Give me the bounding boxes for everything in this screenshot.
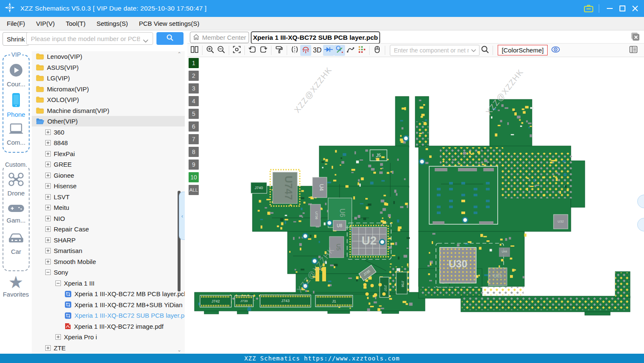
tree-item-hisense[interactable]: Hisense <box>32 181 185 191</box>
tree-item-8848[interactable]: 8848 <box>32 138 185 148</box>
tree-item-lg-vip[interactable]: LG(VIP) <box>32 73 185 83</box>
maximize-button[interactable] <box>616 0 629 17</box>
expand-toggle[interactable] <box>45 183 51 189</box>
tree-item-zte[interactable]: ZTE <box>32 343 185 353</box>
expand-toggle[interactable] <box>45 162 51 167</box>
inspect-measure-button[interactable] <box>334 45 345 56</box>
tree-item-lsvt[interactable]: LSVT <box>32 192 185 202</box>
custom-item-drone[interactable]: Drone <box>3 172 29 197</box>
expand-toggle[interactable] <box>45 173 51 178</box>
zoom-out-button[interactable] <box>216 45 227 56</box>
layer-button-1[interactable]: 1 <box>189 58 199 68</box>
tree-item-repair-case[interactable]: Repair Case <box>32 224 185 234</box>
custom-item-game[interactable]: Gam... <box>3 203 29 224</box>
paint-roller-button[interactable] <box>274 45 285 56</box>
layer-button-6[interactable]: 6 <box>189 121 199 132</box>
menu-item-pcb-view-settings[interactable]: PCB View settings(S) <box>139 20 199 27</box>
tree-item-flexpai[interactable]: FlexPai <box>32 148 185 159</box>
expand-toggle[interactable] <box>45 259 51 264</box>
color-dots-button[interactable] <box>356 45 367 56</box>
component-search-button[interactable] <box>480 45 491 56</box>
tree-collapse-handle[interactable]: ‹ <box>179 192 185 240</box>
expand-toggle[interactable] <box>45 226 51 232</box>
curve-button[interactable] <box>345 45 356 56</box>
expand-toggle[interactable] <box>45 140 51 146</box>
layer-button-7[interactable]: 7 <box>189 134 199 144</box>
tree-item-xperia-1-iii-xq-bc72-sub-pcb-layer-pcb[interactable]: Xperia 1 III-XQ-BC72 SUB PCB layer.pcb <box>32 310 185 321</box>
expand-toggle[interactable] <box>55 280 61 286</box>
expand-toggle[interactable] <box>45 151 51 157</box>
component-search-chevron-down-icon[interactable] <box>471 47 476 54</box>
tree-item-xperia-1-iii-xq-bc72-image-pdf[interactable]: Xperia 1 III-XQ-BC72 image.pdf <box>32 321 185 332</box>
layer-button-8[interactable]: 8 <box>189 147 199 157</box>
expand-toggle[interactable] <box>45 237 51 243</box>
pcb-board-view[interactable]: XZZ@XZZHKXZZ@XZZHKXZZ@XZZHKU747J740U4U73… <box>187 57 644 354</box>
tree-item-gree[interactable]: GREE <box>32 159 185 170</box>
expand-toggle[interactable] <box>45 129 51 135</box>
rotate-left-button[interactable] <box>247 45 258 56</box>
tree-item-xolo-vip[interactable]: XOLO(VIP) <box>32 94 185 105</box>
tree-item-smartisan[interactable]: Smartisan <box>32 245 185 256</box>
tree-item-asus-vip[interactable]: ASUS(VIP) <box>32 62 185 73</box>
tree-scroll-up-button[interactable]: ⌃ <box>176 51 183 57</box>
expand-toggle[interactable] <box>45 248 51 253</box>
tree-item-other-vip[interactable]: Other(VIP) <box>32 116 185 126</box>
tree-item-sharp[interactable]: SHARP <box>32 235 185 245</box>
vip-item-courses[interactable]: Cour... <box>3 63 29 88</box>
menu-item-file[interactable]: File(F) <box>7 20 25 27</box>
split-view-button[interactable] <box>189 45 200 56</box>
tree-item-micromax-vip[interactable]: Micromax(VIP) <box>32 84 185 94</box>
custom-item-car[interactable]: Car <box>3 232 29 255</box>
license-briefcase-button[interactable] <box>582 0 595 17</box>
layer-button-3[interactable]: 3 <box>189 83 199 94</box>
model-search-button[interactable] <box>156 32 184 45</box>
vip-item-phone[interactable]: Phone <box>3 93 29 118</box>
diode-button[interactable] <box>323 45 334 56</box>
tree-item-nio[interactable]: NIO <box>32 213 185 224</box>
component-search-input[interactable] <box>390 45 480 56</box>
member-center-button[interactable]: Member Center <box>190 32 249 43</box>
tree-scroll-down-button[interactable]: ⌄ <box>176 347 183 353</box>
menu-item-tool[interactable]: Tool(T) <box>66 20 86 27</box>
layer-button-10[interactable]: 10 <box>189 172 199 182</box>
expand-toggle[interactable] <box>45 216 51 221</box>
layer-button-4[interactable]: 4 <box>189 96 199 106</box>
expand-toggle[interactable] <box>45 194 51 200</box>
mirror-flip-button[interactable] <box>289 45 300 56</box>
colorscheme-button[interactable]: [ColorScheme] <box>498 45 547 55</box>
fit-view-button[interactable] <box>231 45 242 56</box>
tree-item-lenovo-vip[interactable]: Lenovo(VIP) <box>32 51 185 62</box>
menu-item-vip[interactable]: VIP(V) <box>36 20 55 27</box>
menu-item-settings[interactable]: Settings(S) <box>96 20 128 27</box>
tree-item-meitu[interactable]: Meitu <box>32 202 185 213</box>
highlight-lamp-button[interactable] <box>300 45 311 56</box>
layer-button-all[interactable]: ALL <box>189 185 199 195</box>
expand-toggle[interactable] <box>45 345 51 351</box>
zoom-in-button[interactable] <box>205 45 216 56</box>
layer-panel-toggle-button[interactable] <box>628 45 639 56</box>
active-document-tab[interactable]: Xperia 1 III-XQ-BC72 SUB PCB layer.pcb <box>251 31 380 44</box>
layer-button-9[interactable]: 9 <box>189 160 199 170</box>
mouse-mode-button[interactable] <box>372 45 383 56</box>
expand-toggle[interactable] <box>55 334 61 340</box>
tree-item-sony[interactable]: Sony <box>32 267 185 278</box>
rotate-right-button[interactable] <box>258 45 269 56</box>
tree-item-machine-dismant-vip[interactable]: Machine dismant(VIP) <box>32 105 185 116</box>
shrink-button[interactable]: Shrink <box>3 32 29 46</box>
tree-item-xperia-pro-i[interactable]: Xperia Pro i <box>32 332 185 342</box>
eye-button[interactable] <box>550 45 561 56</box>
tree-item-gionee[interactable]: Gionee <box>32 170 185 181</box>
vip-item-computer[interactable]: Com... <box>3 123 29 146</box>
3d-toggle-button[interactable]: 3D <box>311 47 323 54</box>
pcb-canvas[interactable]: XZZ@XZZHKXZZ@XZZHKXZZ@XZZHKU747J740U4U73… <box>187 57 644 354</box>
expand-toggle[interactable] <box>45 205 51 210</box>
expand-toggle[interactable] <box>45 270 51 275</box>
layer-button-2[interactable]: 2 <box>189 71 199 81</box>
tree-item-360[interactable]: 360 <box>32 127 185 138</box>
tree-item-smooth-mobile[interactable]: Smooth Mobile <box>32 256 185 267</box>
model-search-input[interactable] <box>26 32 153 45</box>
minimize-button[interactable] <box>603 0 616 17</box>
layer-button-5[interactable]: 5 <box>189 109 199 119</box>
model-search-chevron-down-icon[interactable] <box>143 37 148 44</box>
tree-item-xperia-1-iii[interactable]: Xperia 1 III <box>32 278 185 289</box>
